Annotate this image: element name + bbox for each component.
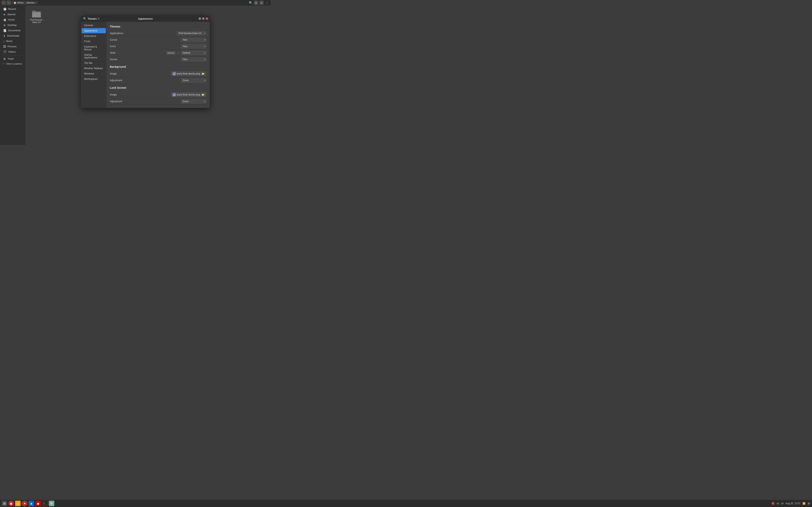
sidebar-item-recent[interactable]: 🕐 Recent (1, 6, 24, 12)
ls-image-browse-button[interactable]: 📁 (201, 93, 205, 96)
dialog-titlebar-left: 🔍 Tweaks ☰ (83, 16, 100, 21)
dialog-titlebar: 🔍 Tweaks ☰ Appearance (81, 15, 210, 22)
path-current: .themes (26, 1, 35, 4)
shell-info-icon: ⚠ (177, 52, 179, 54)
dialog-title: Appearance (138, 17, 153, 20)
shell-dropdown-wrapper: Default (181, 51, 207, 55)
sidebar-item-downloads[interactable]: ⬇ Downloads (1, 33, 24, 39)
cursor-label: Cursor (110, 39, 117, 41)
back-button[interactable]: ‹ (2, 1, 6, 5)
dialog-body: General Appearance Extensions Fonts Keyb… (81, 22, 210, 108)
sidebar-item-documents[interactable]: 📄 Documents (1, 28, 24, 33)
tweaks-menu-icon[interactable]: ☰ (98, 17, 100, 20)
themes-section-title: Themes (110, 25, 207, 28)
minimize-button[interactable] (199, 17, 201, 20)
sidebar-item-home[interactable]: 🏠 Home (1, 17, 24, 22)
icons-dropdown[interactable]: Yaru (181, 44, 207, 49)
ls-adjustment-dropdown[interactable]: Zoom (181, 99, 207, 104)
sidebar-item-pictures-label: Pictures (7, 45, 16, 48)
sound-dropdown[interactable]: Yaru (181, 57, 207, 62)
sidebar-item-pictures[interactable]: 🖼 Pictures (1, 44, 24, 49)
bg-image-thumbnail (172, 72, 175, 75)
sidebar-item-other-locations[interactable]: + Other Locations (1, 62, 24, 66)
view-grid-button[interactable]: ⊞ (254, 1, 258, 5)
icons-control: Yaru (181, 44, 207, 49)
topbar-menu-button[interactable]: ⋮ (265, 1, 269, 5)
search-button[interactable]: 🔍 (248, 1, 253, 5)
sidebar-item-music-label: Music (6, 40, 13, 43)
shell-dropdown[interactable]: Default (181, 51, 207, 55)
sound-label: Sound (110, 58, 117, 61)
shell-label: Shell (110, 52, 115, 54)
tweaks-nav-extensions[interactable]: Extensions (82, 34, 106, 39)
forward-button[interactable]: › (7, 1, 11, 5)
folder-label: Prof-Gnome-Dark-3.5 (30, 19, 43, 23)
sidebar-item-videos-label: Videos (8, 51, 16, 53)
bg-adjustment-control: Zoom (181, 78, 207, 82)
close-button[interactable] (206, 17, 208, 20)
cursor-setting-row: Cursor Yaru (110, 37, 207, 43)
topbar: ‹ › 🏠 Home › .themes ▾ 🔍 ⊞ ☰ ⋮ (0, 0, 271, 6)
sidebar-item-desktop-label: Desktop (7, 24, 17, 26)
applications-setting-row: Applications Prof-Gnome-Dark-3.5 (110, 30, 207, 37)
path-bar[interactable]: 🏠 Home › .themes ▾ (12, 1, 38, 5)
background-section-title: Background (110, 65, 207, 68)
ls-image-thumbnail (172, 93, 175, 96)
trash-icon: 🗑 (3, 57, 6, 60)
tweaks-nav: General Appearance Extensions Fonts Keyb… (81, 22, 107, 108)
applications-control: Prof-Gnome-Dark-3.5 (177, 31, 207, 36)
window-buttons (199, 17, 208, 20)
tweaks-nav-keyboard-mouse[interactable]: Keyboard & Mouse (82, 44, 106, 52)
sound-setting-row: Sound Yaru (110, 56, 207, 63)
maximize-button[interactable] (202, 17, 205, 20)
music-icon: ♪ (3, 40, 5, 43)
tweaks-nav-workspaces[interactable]: Workspaces (82, 76, 106, 81)
cursor-dropdown[interactable]: Yaru (181, 38, 207, 42)
bg-adjustment-setting-row: Adjustment Zoom (110, 77, 207, 84)
bg-image-browse-button[interactable]: 📁 (201, 72, 205, 75)
bg-image-display: warty-final-ubuntu.png 📁 (171, 71, 207, 76)
shell-control: (None) ⚠ Default (166, 51, 207, 55)
tweaks-nav-window-titlebars[interactable]: Window Titlebars (82, 66, 106, 71)
topbar-right: 🔍 ⊞ ☰ ⋮ (248, 1, 269, 5)
videos-icon: 🎬 (3, 50, 6, 53)
dialog-search-button[interactable]: 🔍 (83, 16, 87, 21)
home-sidebar-icon: 🏠 (3, 18, 6, 21)
sidebar: 🕐 Recent ★ Starred 🏠 Home 🖥 Desktop 📄 Do… (0, 6, 26, 145)
home-icon: 🏠 (13, 1, 16, 4)
folder-item-prof-gnome[interactable]: Prof-Gnome-Dark-3.5 (29, 9, 44, 24)
ls-image-display: warty-final-ubuntu.png 📁 (171, 92, 207, 97)
cursor-control: Yaru (181, 38, 207, 42)
tweaks-nav-top-bar[interactable]: Top Bar (82, 60, 106, 65)
sidebar-item-recent-label: Recent (8, 8, 16, 10)
tweaks-nav-fonts[interactable]: Fonts (82, 39, 106, 44)
lockscreen-section-title: Lock Screen (110, 86, 207, 89)
tweaks-nav-windows[interactable]: Windows (82, 71, 106, 76)
bg-image-label: Image (110, 72, 117, 75)
starred-icon: ★ (3, 13, 6, 16)
tweaks-title: Tweaks (88, 17, 97, 20)
ls-adjustment-setting-row: Adjustment Zoom (110, 98, 207, 105)
bg-adjustment-dropdown[interactable]: Zoom (181, 78, 207, 82)
tweaks-nav-startup[interactable]: Startup Applications (82, 52, 106, 60)
desktop-icon: 🖥 (3, 23, 6, 27)
ls-adjustment-label: Adjustment (110, 100, 122, 103)
sidebar-item-videos[interactable]: 🎬 Videos (1, 49, 24, 54)
sidebar-item-trash[interactable]: 🗑 Trash (1, 56, 24, 61)
path-dropdown-icon[interactable]: ▾ (35, 2, 36, 4)
sidebar-item-music[interactable]: ♪ Music (1, 39, 24, 44)
sidebar-item-desktop[interactable]: 🖥 Desktop (1, 22, 24, 28)
file-area: Prof-Gnome-Dark-3.5 🔍 Tweaks ☰ Appearanc… (26, 6, 271, 145)
sidebar-item-home-label: Home (8, 18, 15, 21)
sidebar-item-downloads-label: Downloads (7, 35, 19, 37)
sidebar-item-trash-label: Trash (7, 57, 14, 60)
applications-dropdown[interactable]: Prof-Gnome-Dark-3.5 (177, 31, 207, 36)
path-home-label: Home (17, 1, 23, 4)
bg-image-filename: warty-final-ubuntu.png (176, 72, 200, 75)
ls-image-filename: warty-final-ubuntu.png (176, 93, 200, 96)
view-list-button[interactable]: ☰ (259, 1, 264, 5)
tweaks-nav-general[interactable]: General (82, 23, 106, 28)
tweaks-nav-appearance[interactable]: Appearance (82, 28, 106, 33)
other-locations-icon: + (3, 63, 4, 65)
sidebar-item-starred[interactable]: ★ Starred (1, 12, 24, 17)
